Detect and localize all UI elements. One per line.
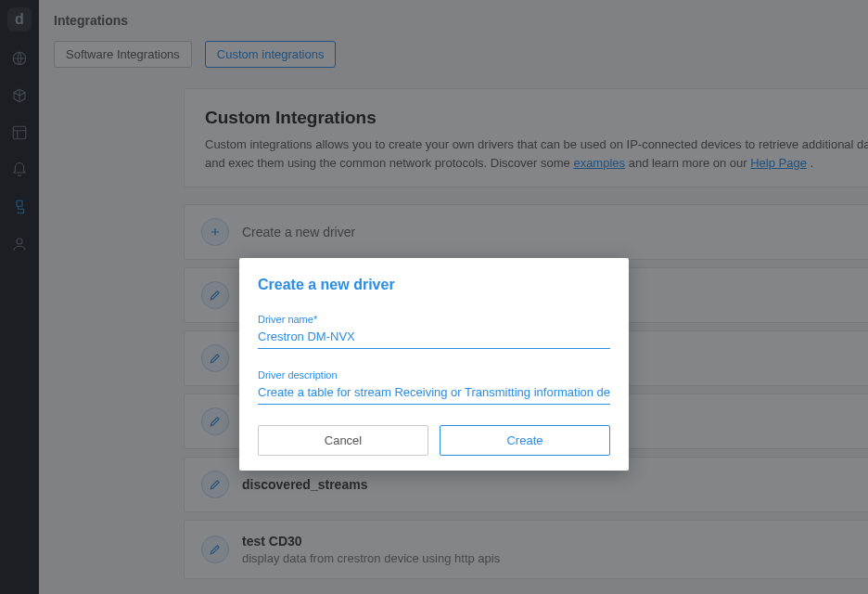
driver-description-field: Driver description <box>258 369 610 405</box>
driver-name-label: Driver name* <box>258 314 610 325</box>
driver-description-label: Driver description <box>258 369 610 381</box>
create-driver-modal: Create a new driver Driver name* Driver … <box>239 258 629 471</box>
modal-actions: Cancel Create <box>258 425 610 456</box>
modal-overlay[interactable]: Create a new driver Driver name* Driver … <box>0 0 868 594</box>
driver-description-input[interactable] <box>258 382 610 405</box>
driver-name-input[interactable] <box>258 327 610 349</box>
cancel-button[interactable]: Cancel <box>258 425 428 456</box>
driver-name-field: Driver name* <box>258 314 610 349</box>
create-button[interactable]: Create <box>440 425 610 456</box>
modal-title: Create a new driver <box>258 277 610 293</box>
